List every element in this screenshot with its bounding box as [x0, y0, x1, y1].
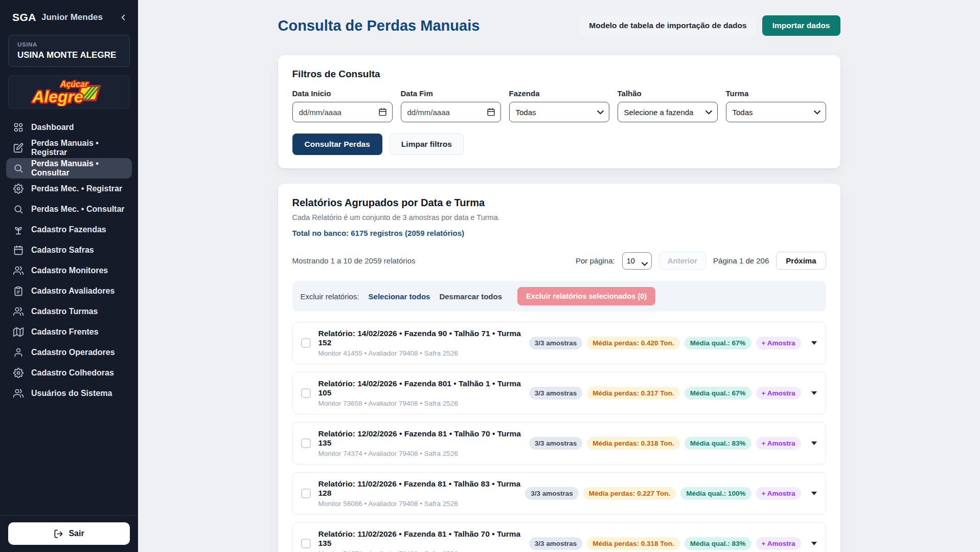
filter-grid: Data Inicio Data Fim: [292, 89, 826, 122]
turma-select[interactable]: Todas: [726, 102, 826, 122]
sidebar-nav: Dashboard Perdas Manuais • Registrar Per…: [0, 112, 138, 515]
talhao-select[interactable]: Selecione a fazenda: [618, 102, 718, 122]
sidebar-item-cadastro-safras[interactable]: Cadastro Safras: [6, 240, 132, 260]
app-root: { "app": { "brand": "SGA", "user": "Juni…: [0, 0, 980, 552]
samples-badge: 3/3 amostras: [529, 437, 583, 450]
edit-icon: [13, 143, 24, 153]
clipboard-icon: [13, 286, 24, 296]
sidebar-item-cadastro-colhedoras[interactable]: Cadastro Colhedoras: [6, 363, 132, 383]
sidebar-item-label: Perdas Mec. • Registrar: [31, 184, 122, 193]
expand-caret-icon[interactable]: [811, 341, 817, 345]
add-sample-button[interactable]: + Amostra: [756, 487, 801, 500]
content-container: Consulta de Perdas Manuais Modelo de tab…: [278, 0, 840, 552]
report-row-badges: 3/3 amostras Média perdas: 0.318 Ton. Mé…: [529, 537, 817, 550]
sidebar-item-cadastro-monitores[interactable]: Cadastro Monitores: [6, 260, 132, 281]
report-row-subtitle: Monitor 73658 • Avaliador 79408 • Safra …: [318, 400, 529, 407]
list-toolbar: Mostrando 1 a 10 de 2059 relatórios Por …: [292, 252, 826, 270]
gear-icon: [13, 184, 24, 194]
sidebar-item-label: Perdas Manuais • Registrar: [31, 139, 125, 157]
select-all-link[interactable]: Selecionar todos: [369, 292, 430, 301]
brand-row: SGA Junior Mendes: [0, 0, 138, 33]
report-checkbox[interactable]: [301, 438, 311, 448]
filter-buttons: Consultar Perdas Limpar filtros: [292, 134, 826, 155]
usina-selector[interactable]: USINA USINA MONTE ALEGRE: [8, 35, 130, 67]
usina-value: USINA MONTE ALEGRE: [17, 50, 121, 60]
sidebar-item-perdas-manuais-consultar[interactable]: Perdas Manuais • Consultar: [6, 158, 132, 179]
import-template-button[interactable]: Modelo de tabela de importação de dados: [580, 15, 756, 36]
expand-caret-icon[interactable]: [811, 491, 817, 496]
filter-field-data-inicio: Data Inicio: [292, 89, 393, 122]
gear-icon: [13, 368, 24, 378]
report-row-badges: 3/3 amostras Média perdas: 0.317 Ton. Mé…: [529, 387, 817, 400]
bulk-actions-bar: Excluir relatórios: Selecionar todos Des…: [292, 281, 826, 312]
users-icon: [13, 306, 24, 317]
sidebar-item-cadastro-frentes[interactable]: Cadastro Frentes: [6, 322, 132, 342]
pagination: Por página: 10 Anterior Página 1 de 206 …: [576, 252, 826, 270]
chevron-left-icon[interactable]: [119, 13, 128, 22]
logout-icon: [54, 529, 63, 539]
report-checkbox[interactable]: [301, 388, 311, 398]
company-logo: Açúcar Alegre: [8, 75, 130, 109]
sidebar-item-usuarios-do-sistema[interactable]: Usuários do Sistema: [6, 383, 132, 404]
user-name: Junior Mendes: [41, 12, 113, 23]
add-sample-button[interactable]: + Amostra: [756, 387, 801, 400]
showing-text: Mostrando 1 a 10 de 2059 relatórios: [292, 256, 416, 265]
sidebar-item-label: Perdas Manuais • Consultar: [31, 159, 125, 178]
sidebar-item-perdas-manuais-registrar[interactable]: Perdas Manuais • Registrar: [6, 138, 132, 158]
fazenda-select[interactable]: Todas: [509, 102, 609, 122]
sidebar-item-label: Dashboard: [31, 123, 74, 132]
report-row-badges: 3/3 amostras Média perdas: 0.318 Ton. Mé…: [529, 437, 817, 450]
logout-label: Sair: [69, 529, 84, 538]
consultar-perdas-button[interactable]: Consultar Perdas: [292, 134, 382, 155]
limpar-filtros-button[interactable]: Limpar filtros: [390, 134, 464, 155]
filter-field-data-fim: Data Fim: [401, 89, 501, 122]
logout-button[interactable]: Sair: [8, 522, 130, 545]
delete-selected-button[interactable]: Excluir relatórios selecionados (0): [517, 287, 655, 305]
data-inicio-input[interactable]: [292, 102, 393, 122]
import-data-button[interactable]: Importar dados: [762, 15, 840, 36]
report-row: Relatório: 14/02/2026 • Fazenda 90 • Tal…: [292, 322, 826, 364]
per-page-select[interactable]: 10: [622, 252, 652, 270]
search-icon: [13, 204, 24, 214]
sidebar-item-cadastro-fazendas[interactable]: Cadastro Fazendas: [6, 219, 132, 240]
expand-caret-icon[interactable]: [811, 541, 817, 546]
report-checkbox[interactable]: [301, 338, 311, 348]
sidebar-item-perdas-mec-consultar[interactable]: Perdas Mec. • Consultar: [6, 199, 132, 219]
quality-badge: Média qual.: 83%: [685, 437, 751, 450]
expand-caret-icon[interactable]: [811, 391, 817, 395]
data-fim-input[interactable]: [401, 102, 501, 122]
report-row-subtitle: Monitor 74374 • Avaliador 79408 • Safra …: [318, 450, 529, 457]
add-sample-button[interactable]: + Amostra: [756, 337, 801, 349]
report-row: Relatório: 11/02/2026 • Fazenda 81 • Tal…: [292, 472, 826, 515]
sidebar-item-label: Cadastro Safras: [31, 246, 94, 255]
field-label: Fazenda: [509, 89, 609, 98]
sidebar-item-label: Cadastro Turmas: [31, 307, 98, 316]
report-checkbox[interactable]: [301, 489, 311, 498]
page-indicator: Página 1 de 206: [713, 256, 769, 265]
next-page-button[interactable]: Próxima: [776, 252, 826, 270]
alegre-logo-image: Açúcar Alegre: [28, 78, 110, 106]
sidebar-item-cadastro-avaliadores[interactable]: Cadastro Avaliadores: [6, 281, 132, 301]
filter-field-talhao: Talhão Selecione a fazenda: [618, 89, 718, 122]
quality-badge: Média qual.: 67%: [685, 387, 751, 400]
sidebar-item-cadastro-turmas[interactable]: Cadastro Turmas: [6, 301, 132, 322]
sidebar-item-label: Cadastro Avaliadores: [31, 286, 115, 296]
sidebar-item-label: Usuários do Sistema: [31, 389, 112, 398]
sidebar-item-label: Cadastro Monitores: [31, 266, 108, 275]
deselect-all-link[interactable]: Desmarcar todos: [439, 292, 502, 301]
expand-caret-icon[interactable]: [811, 441, 817, 446]
brand-logo: SGA: [12, 11, 36, 24]
losses-badge: Média perdas: 0.317 Ton.: [587, 387, 680, 400]
add-sample-button[interactable]: + Amostra: [756, 537, 801, 550]
samples-badge: 3/3 amostras: [525, 487, 579, 500]
filter-field-turma: Turma Todas: [726, 89, 826, 122]
sidebar-item-cadastro-operadores[interactable]: Cadastro Operadores: [6, 342, 132, 363]
add-sample-button[interactable]: + Amostra: [756, 437, 801, 450]
plant-icon: [13, 225, 24, 235]
report-checkbox[interactable]: [301, 539, 311, 548]
filter-field-fazenda: Fazenda Todas: [509, 89, 609, 122]
sidebar-item-dashboard[interactable]: Dashboard: [6, 117, 132, 138]
field-label: Data Inicio: [292, 89, 393, 98]
previous-page-button[interactable]: Anterior: [659, 252, 706, 270]
sidebar-item-perdas-mec-registrar[interactable]: Perdas Mec. • Registrar: [6, 179, 132, 199]
